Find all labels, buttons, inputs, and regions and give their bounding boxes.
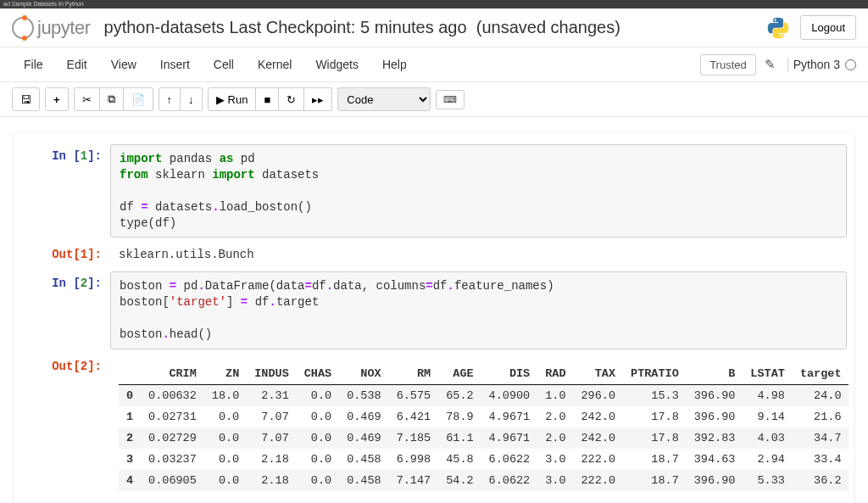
table-cell: 392.83 — [687, 428, 743, 449]
python-logo-icon — [766, 16, 790, 40]
table-row: 20.027290.07.070.00.4697.18561.14.96712.… — [119, 428, 849, 449]
logout-button[interactable]: Logout — [800, 15, 856, 40]
move-up-button[interactable]: ↑ — [159, 87, 181, 111]
code-input[interactable]: import pandas as pd from sklearn import … — [110, 144, 847, 238]
cell-type-select[interactable]: Code — [337, 87, 431, 111]
table-cell: 0.458 — [339, 470, 389, 491]
table-cell: 45.8 — [438, 449, 481, 470]
menu-cell[interactable]: Cell — [202, 51, 246, 78]
table-cell: 2.0 — [537, 428, 573, 449]
menu-help[interactable]: Help — [370, 51, 419, 78]
kernel-status-icon — [845, 59, 856, 70]
input-prompt: In [1]: — [21, 144, 110, 238]
menu-insert[interactable]: Insert — [148, 51, 202, 78]
menu-edit[interactable]: Edit — [55, 51, 99, 78]
fast-forward-icon: ▸▸ — [312, 93, 324, 106]
table-cell: 4.98 — [743, 385, 793, 407]
restart-button[interactable]: ↻ — [279, 87, 304, 111]
table-cell: 6.0622 — [481, 449, 538, 470]
table-header: INDUS — [247, 363, 297, 385]
toolbar: 🖫 + ✂ ⧉ 📄 ↑ ↓ ▶Run ■ ↻ ▸▸ Code ⌨ — [0, 82, 868, 117]
table-header: TAX — [574, 363, 624, 385]
table-cell: 18.0 — [204, 385, 247, 407]
table-cell: 222.0 — [574, 449, 624, 470]
table-cell: 33.4 — [793, 449, 849, 470]
table-cell: 7.07 — [247, 406, 297, 428]
play-icon: ▶ — [216, 93, 225, 106]
interrupt-button[interactable]: ■ — [256, 87, 279, 111]
command-palette-button[interactable]: ⌨ — [436, 90, 465, 109]
table-row: 40.069050.02.180.00.4587.14754.26.06223.… — [119, 470, 849, 491]
copy-button[interactable]: ⧉ — [100, 87, 124, 111]
table-cell: 0.0 — [204, 470, 247, 491]
code-cell[interactable]: In [2]: boston = pd.DataFrame(data=df.da… — [21, 271, 847, 349]
table-cell: 0.469 — [339, 428, 389, 449]
table-cell: 65.2 — [438, 385, 481, 407]
output-cell: Out[2]: CRIMZNINDUSCHASNOXRMAGEDISRADTAX… — [21, 355, 847, 496]
copy-icon: ⧉ — [108, 92, 115, 106]
menu-kernel[interactable]: Kernel — [246, 51, 303, 78]
cut-button[interactable]: ✂ — [74, 87, 100, 111]
kernel-label: Python 3 — [793, 58, 840, 71]
notebook-container: In [1]: import pandas as pd from sklearn… — [14, 132, 854, 503]
output-text: sklearn.utils.Bunch — [110, 243, 847, 266]
output-prompt: Out[2]: — [21, 355, 110, 496]
table-cell: 78.9 — [438, 406, 481, 428]
table-row: 30.032370.02.180.00.4586.99845.86.06223.… — [119, 449, 849, 470]
output-cell: Out[1]: sklearn.utils.Bunch — [21, 243, 847, 266]
keyboard-icon: ⌨ — [443, 94, 457, 104]
restart-icon: ↻ — [287, 93, 296, 106]
restart-run-all-button[interactable]: ▸▸ — [304, 87, 332, 111]
menu-file[interactable]: File — [12, 51, 55, 78]
unsaved-text: (unsaved changes) — [476, 18, 620, 36]
table-header: B — [687, 363, 743, 385]
menu-view[interactable]: View — [99, 51, 148, 78]
table-cell: 6.575 — [389, 385, 439, 407]
table-cell: 0.458 — [339, 449, 389, 470]
kernel-name[interactable]: Python 3 — [787, 58, 856, 71]
table-cell: 54.2 — [438, 470, 481, 491]
table-cell: 24.0 — [793, 385, 849, 407]
stop-icon: ■ — [264, 93, 270, 106]
table-cell: 18.7 — [623, 470, 687, 491]
notebook-title[interactable]: python-datasets Last Checkpoint: 5 minut… — [104, 18, 620, 37]
menu-widgets[interactable]: Widgets — [303, 51, 370, 78]
table-cell: 242.0 — [574, 428, 624, 449]
code-cell[interactable]: In [1]: import pandas as pd from sklearn… — [21, 144, 847, 238]
checkpoint-text: Last Checkpoint: 5 minutes ago — [229, 18, 466, 36]
table-cell: 4.9671 — [481, 428, 538, 449]
edit-icon[interactable]: ✎ — [761, 53, 779, 75]
table-header: AGE — [438, 363, 481, 385]
table-row: 10.027310.07.070.00.4696.42178.94.96712.… — [119, 406, 849, 428]
input-prompt: In [2]: — [21, 271, 110, 349]
code-input[interactable]: boston = pd.DataFrame(data=df.data, colu… — [110, 271, 847, 349]
table-header: RM — [389, 363, 439, 385]
table-header: RAD — [537, 363, 573, 385]
table-cell: 61.1 — [438, 428, 481, 449]
table-header: LSTAT — [743, 363, 793, 385]
plus-icon: + — [53, 93, 60, 106]
menubar: File Edit View Insert Cell Kernel Widget… — [0, 48, 868, 82]
table-header: target — [793, 363, 849, 385]
table-cell: 9.14 — [743, 406, 793, 428]
paste-button[interactable]: 📄 — [124, 87, 153, 111]
notebook-name: python-datasets — [104, 18, 225, 36]
table-cell: 6.421 — [389, 406, 439, 428]
table-cell: 6.998 — [389, 449, 439, 470]
table-cell: 0.0 — [297, 385, 339, 407]
save-button[interactable]: 🖫 — [12, 87, 40, 111]
table-cell: 6.0622 — [481, 470, 538, 491]
jupyter-logo[interactable]: jupyter — [12, 17, 91, 39]
move-down-button[interactable]: ↓ — [181, 87, 203, 111]
insert-cell-button[interactable]: + — [45, 87, 69, 111]
table-cell: 0.469 — [339, 406, 389, 428]
table-cell: 0.0 — [204, 428, 247, 449]
table-cell: 0.0 — [204, 449, 247, 470]
table-header: ZN — [204, 363, 247, 385]
trusted-indicator[interactable]: Trusted — [700, 54, 756, 75]
table-cell: 17.8 — [623, 428, 687, 449]
table-cell: 4.0900 — [481, 385, 538, 407]
table-cell: 222.0 — [574, 470, 624, 491]
run-button[interactable]: ▶Run — [208, 87, 257, 111]
table-cell: 0.538 — [339, 385, 389, 407]
